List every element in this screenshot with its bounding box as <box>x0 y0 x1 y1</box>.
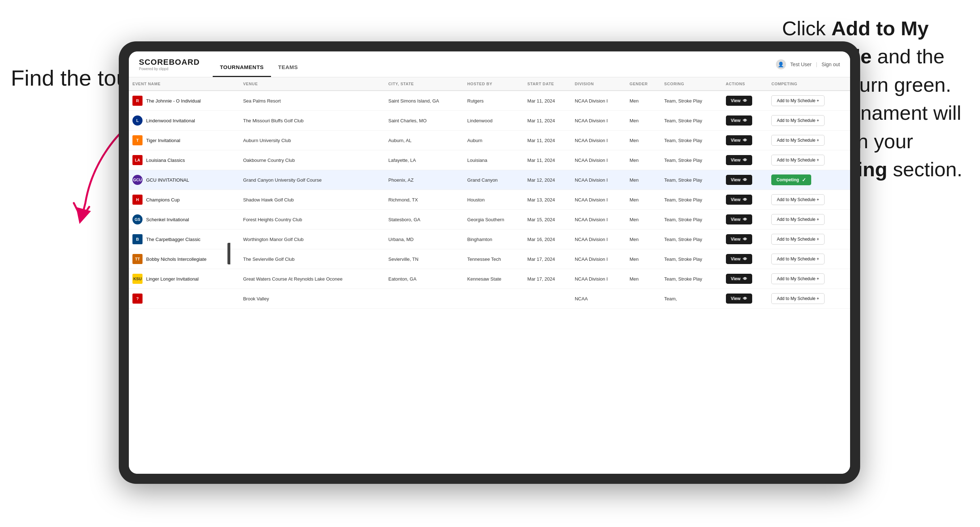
gender-cell <box>626 289 660 309</box>
view-button[interactable]: View 👁 <box>726 155 752 165</box>
competing-button[interactable]: Competing ✓ <box>771 175 811 185</box>
sign-out-link[interactable]: Sign out <box>822 62 840 67</box>
actions-cell: View 👁 <box>722 269 768 289</box>
city-state-cell: Urbana, MD <box>385 230 463 249</box>
add-to-schedule-button[interactable]: Add to My Schedule + <box>771 135 824 146</box>
scoring-cell: Team, Stroke Play <box>661 249 722 269</box>
add-to-schedule-button[interactable]: Add to My Schedule + <box>771 254 824 264</box>
scoring-cell: Team, Stroke Play <box>661 130 722 150</box>
start-date-cell: Mar 13, 2024 <box>523 190 571 210</box>
add-to-schedule-button[interactable]: Add to My Schedule + <box>771 273 824 284</box>
gender-cell: Men <box>626 90 660 111</box>
event-name-text: Linger Longer Invitational <box>146 276 199 282</box>
col-division: DIVISION <box>571 77 626 90</box>
event-name-text: Lindenwood Invitational <box>146 118 195 124</box>
scoring-cell: Team, Stroke Play <box>661 170 722 190</box>
view-button[interactable]: View 👁 <box>726 135 752 145</box>
hosted-by-cell: Georgia Southern <box>463 210 523 230</box>
gender-cell: Men <box>626 111 660 130</box>
nav-tab-teams[interactable]: TEAMS <box>271 58 305 77</box>
check-icon: ✓ <box>802 177 806 183</box>
city-state-cell: Richmond, TX <box>385 190 463 210</box>
hosted-by-cell: Binghamton <box>463 230 523 249</box>
hosted-by-cell: Louisiana <box>463 150 523 170</box>
competing-cell: Add to My Schedule + <box>768 150 850 170</box>
tablet-side-button[interactable] <box>228 243 230 264</box>
scoring-cell: Team, Stroke Play <box>661 210 722 230</box>
gender-cell: Men <box>626 170 660 190</box>
city-state-cell: Lafayette, LA <box>385 150 463 170</box>
table-row: T Tiger Invitational Auburn University C… <box>129 130 850 150</box>
team-logo: GCU <box>132 175 143 185</box>
add-to-schedule-button[interactable]: Add to My Schedule + <box>771 214 824 225</box>
scoring-cell: Team, Stroke Play <box>661 150 722 170</box>
event-name-text: GCU INVITATIONAL <box>146 177 189 183</box>
nav-tab-tournaments[interactable]: TOURNAMENTS <box>213 58 271 77</box>
eye-icon: 👁 <box>743 177 747 183</box>
view-button[interactable]: View 👁 <box>726 274 752 284</box>
add-to-schedule-button[interactable]: Add to My Schedule + <box>771 234 824 244</box>
team-logo: R <box>132 96 143 106</box>
add-to-schedule-button[interactable]: Add to My Schedule + <box>771 155 824 165</box>
event-name-text: Schenkel Invitational <box>146 217 189 222</box>
team-logo: T <box>132 135 143 145</box>
eye-icon: 👁 <box>743 98 747 103</box>
scoring-cell: Team, Stroke Play <box>661 190 722 210</box>
event-name-text: Bobby Nichols Intercollegiate <box>146 257 207 262</box>
gender-cell: Men <box>626 210 660 230</box>
competing-cell: Add to My Schedule + <box>768 289 850 309</box>
table-body: R The Johnnie - O Individual Sea Palms R… <box>129 90 850 309</box>
competing-cell: Add to My Schedule + <box>768 230 850 249</box>
venue-cell: Great Waters Course At Reynolds Lake Oco… <box>239 269 385 289</box>
view-button[interactable]: View 👁 <box>726 214 752 224</box>
actions-cell: View 👁 <box>722 230 768 249</box>
division-cell: NCAA Division I <box>571 111 626 130</box>
event-name-cell: R The Johnnie - O Individual <box>129 90 239 111</box>
team-logo: H <box>132 195 143 205</box>
view-button[interactable]: View 👁 <box>726 294 752 303</box>
division-cell: NCAA Division I <box>571 269 626 289</box>
team-logo: LA <box>132 155 143 165</box>
table-header: EVENT NAME VENUE CITY, STATE HOSTED BY S… <box>129 77 850 90</box>
user-icon: 👤 <box>776 59 786 70</box>
start-date-cell: Mar 11, 2024 <box>523 150 571 170</box>
gender-cell: Men <box>626 190 660 210</box>
actions-cell: View 👁 <box>722 249 768 269</box>
add-to-schedule-button[interactable]: Add to My Schedule + <box>771 194 824 205</box>
view-button[interactable]: View 👁 <box>726 96 752 106</box>
view-button[interactable]: View 👁 <box>726 116 752 125</box>
gender-cell: Men <box>626 230 660 249</box>
event-name-cell: ? <box>129 289 239 309</box>
main-nav: TOURNAMENTS TEAMS <box>213 51 305 77</box>
venue-cell: Grand Canyon University Golf Course <box>239 170 385 190</box>
view-button[interactable]: View 👁 <box>726 175 752 185</box>
event-name-cell: GCU GCU INVITATIONAL <box>129 170 239 190</box>
col-scoring: SCORING <box>661 77 722 90</box>
city-state-cell: Statesboro, GA <box>385 210 463 230</box>
competing-cell: Add to My Schedule + <box>768 269 850 289</box>
eye-icon: 👁 <box>743 237 747 242</box>
view-button[interactable]: View 👁 <box>726 234 752 244</box>
logo-subtitle: Powered by clippd <box>139 67 200 71</box>
add-to-schedule-button[interactable]: Add to My Schedule + <box>771 95 824 106</box>
city-state-cell: Saint Simons Island, GA <box>385 90 463 111</box>
eye-icon: 👁 <box>743 217 747 222</box>
view-button[interactable]: View 👁 <box>726 254 752 264</box>
city-state-cell: Sevierville, TN <box>385 249 463 269</box>
eye-icon: 👁 <box>743 138 747 143</box>
hosted-by-cell: Rutgers <box>463 90 523 111</box>
col-competing: COMPETING <box>768 77 850 90</box>
event-name-cell: TT Bobby Nichols Intercollegiate <box>129 249 239 269</box>
actions-cell: View 👁 <box>722 90 768 111</box>
gender-cell: Men <box>626 249 660 269</box>
view-button[interactable]: View 👁 <box>726 195 752 205</box>
eye-icon: 👁 <box>743 118 747 123</box>
event-name-cell: T Tiger Invitational <box>129 130 239 150</box>
actions-cell: View 👁 <box>722 190 768 210</box>
add-to-schedule-button[interactable]: Add to My Schedule + <box>771 115 824 126</box>
venue-cell: Oakbourne Country Club <box>239 150 385 170</box>
scoring-cell: Team, Stroke Play <box>661 230 722 249</box>
division-cell: NCAA Division I <box>571 230 626 249</box>
add-to-schedule-button[interactable]: Add to My Schedule + <box>771 293 824 304</box>
city-state-cell <box>385 289 463 309</box>
